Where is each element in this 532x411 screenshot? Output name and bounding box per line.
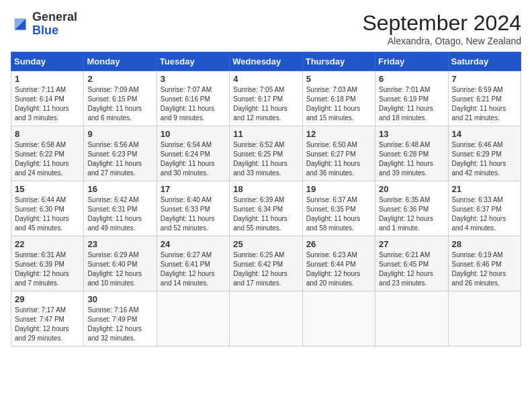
day-number: 2 <box>87 74 152 84</box>
day-number: 19 <box>306 184 371 194</box>
calendar-cell: 1Sunrise: 7:11 AMSunset: 6:14 PMDaylight… <box>11 71 84 126</box>
calendar-cell: 26Sunrise: 6:23 AMSunset: 6:44 PMDayligh… <box>302 236 375 291</box>
day-info: Sunrise: 7:03 AMSunset: 6:18 PMDaylight:… <box>306 85 371 123</box>
logo-icon <box>11 15 30 34</box>
calendar-cell: 2Sunrise: 7:09 AMSunset: 6:15 PMDaylight… <box>84 71 157 126</box>
day-info: Sunrise: 6:29 AMSunset: 6:40 PMDaylight:… <box>87 250 152 288</box>
calendar-cell <box>448 291 521 347</box>
day-header-monday: Monday <box>84 52 157 71</box>
day-info: Sunrise: 6:50 AMSunset: 6:27 PMDaylight:… <box>306 140 371 178</box>
logo-text: General Blue <box>32 11 77 38</box>
day-number: 29 <box>15 294 80 304</box>
day-info: Sunrise: 6:54 AMSunset: 6:24 PMDaylight:… <box>161 140 226 178</box>
day-number: 8 <box>15 129 80 139</box>
day-number: 4 <box>233 74 298 84</box>
calendar-cell: 29Sunrise: 7:17 AMSunset: 7:47 PMDayligh… <box>11 291 84 347</box>
calendar-cell: 30Sunrise: 7:16 AMSunset: 7:49 PMDayligh… <box>84 291 157 347</box>
calendar-cell: 21Sunrise: 6:33 AMSunset: 6:37 PMDayligh… <box>448 181 521 236</box>
day-info: Sunrise: 7:07 AMSunset: 6:16 PMDaylight:… <box>161 85 226 123</box>
calendar-cell: 19Sunrise: 6:37 AMSunset: 6:35 PMDayligh… <box>302 181 375 236</box>
day-number: 9 <box>87 129 152 139</box>
location-subtitle: Alexandra, Otago, New Zealand <box>362 36 521 46</box>
day-number: 23 <box>87 239 152 249</box>
day-number: 14 <box>452 129 517 139</box>
day-info: Sunrise: 6:59 AMSunset: 6:21 PMDaylight:… <box>452 85 517 123</box>
calendar-cell: 9Sunrise: 6:56 AMSunset: 6:23 PMDaylight… <box>84 126 157 181</box>
calendar-cell: 3Sunrise: 7:07 AMSunset: 6:16 PMDaylight… <box>157 71 229 126</box>
day-info: Sunrise: 6:46 AMSunset: 6:29 PMDaylight:… <box>452 140 517 178</box>
day-info: Sunrise: 6:21 AMSunset: 6:45 PMDaylight:… <box>379 250 444 288</box>
logo: General Blue <box>11 11 77 38</box>
calendar-week-row: 29Sunrise: 7:17 AMSunset: 7:47 PMDayligh… <box>11 291 521 347</box>
calendar-cell: 24Sunrise: 6:27 AMSunset: 6:41 PMDayligh… <box>157 236 229 291</box>
day-number: 16 <box>87 184 152 194</box>
day-info: Sunrise: 6:27 AMSunset: 6:41 PMDaylight:… <box>161 250 226 288</box>
calendar-cell <box>157 291 229 347</box>
day-number: 26 <box>306 239 371 249</box>
day-info: Sunrise: 6:19 AMSunset: 6:46 PMDaylight:… <box>452 250 517 288</box>
day-info: Sunrise: 6:42 AMSunset: 6:31 PMDaylight:… <box>87 195 152 233</box>
calendar-cell: 17Sunrise: 6:40 AMSunset: 6:33 PMDayligh… <box>157 181 229 236</box>
calendar-header-row: SundayMondayTuesdayWednesdayThursdayFrid… <box>11 52 521 71</box>
day-number: 15 <box>15 184 80 194</box>
day-info: Sunrise: 6:35 AMSunset: 6:36 PMDaylight:… <box>379 195 444 233</box>
calendar-cell: 22Sunrise: 6:31 AMSunset: 6:39 PMDayligh… <box>11 236 84 291</box>
day-number: 20 <box>379 184 444 194</box>
calendar-cell: 28Sunrise: 6:19 AMSunset: 6:46 PMDayligh… <box>448 236 521 291</box>
day-number: 13 <box>379 129 444 139</box>
calendar-cell: 6Sunrise: 7:01 AMSunset: 6:19 PMDaylight… <box>375 71 448 126</box>
calendar-cell: 15Sunrise: 6:44 AMSunset: 6:30 PMDayligh… <box>11 181 84 236</box>
calendar-cell: 12Sunrise: 6:50 AMSunset: 6:27 PMDayligh… <box>302 126 375 181</box>
day-header-saturday: Saturday <box>448 52 521 71</box>
day-number: 11 <box>233 129 298 139</box>
title-block: September 2024 Alexandra, Otago, New Zea… <box>362 11 521 46</box>
calendar-cell: 16Sunrise: 6:42 AMSunset: 6:31 PMDayligh… <box>84 181 157 236</box>
day-number: 18 <box>233 184 298 194</box>
day-info: Sunrise: 6:44 AMSunset: 6:30 PMDaylight:… <box>15 195 80 233</box>
calendar-cell: 25Sunrise: 6:25 AMSunset: 6:42 PMDayligh… <box>230 236 302 291</box>
day-header-friday: Friday <box>375 52 448 71</box>
day-number: 1 <box>15 74 80 84</box>
month-title: September 2024 <box>362 11 521 36</box>
day-number: 7 <box>452 74 517 84</box>
calendar-cell: 20Sunrise: 6:35 AMSunset: 6:36 PMDayligh… <box>375 181 448 236</box>
calendar-cell: 10Sunrise: 6:54 AMSunset: 6:24 PMDayligh… <box>157 126 229 181</box>
day-info: Sunrise: 7:05 AMSunset: 6:17 PMDaylight:… <box>233 85 298 123</box>
calendar-cell: 27Sunrise: 6:21 AMSunset: 6:45 PMDayligh… <box>375 236 448 291</box>
day-number: 10 <box>161 129 226 139</box>
day-number: 30 <box>87 294 152 304</box>
calendar-cell: 4Sunrise: 7:05 AMSunset: 6:17 PMDaylight… <box>230 71 302 126</box>
day-info: Sunrise: 7:17 AMSunset: 7:47 PMDaylight:… <box>15 306 80 343</box>
day-info: Sunrise: 6:37 AMSunset: 6:35 PMDaylight:… <box>306 195 371 233</box>
calendar-cell: 18Sunrise: 6:39 AMSunset: 6:34 PMDayligh… <box>230 181 302 236</box>
calendar-cell <box>302 291 375 347</box>
page-header: General Blue September 2024 Alexandra, O… <box>11 11 521 46</box>
calendar-cell: 11Sunrise: 6:52 AMSunset: 6:25 PMDayligh… <box>230 126 302 181</box>
day-number: 21 <box>452 184 517 194</box>
calendar-cell: 7Sunrise: 6:59 AMSunset: 6:21 PMDaylight… <box>448 71 521 126</box>
calendar-cell: 13Sunrise: 6:48 AMSunset: 6:28 PMDayligh… <box>375 126 448 181</box>
day-header-wednesday: Wednesday <box>230 52 302 71</box>
day-number: 28 <box>452 239 517 249</box>
day-info: Sunrise: 6:48 AMSunset: 6:28 PMDaylight:… <box>379 140 444 178</box>
day-info: Sunrise: 6:25 AMSunset: 6:42 PMDaylight:… <box>233 250 298 288</box>
day-number: 12 <box>306 129 371 139</box>
day-number: 25 <box>233 239 298 249</box>
day-number: 5 <box>306 74 371 84</box>
calendar-week-row: 15Sunrise: 6:44 AMSunset: 6:30 PMDayligh… <box>11 181 521 236</box>
day-number: 27 <box>379 239 444 249</box>
day-number: 22 <box>15 239 80 249</box>
day-info: Sunrise: 6:40 AMSunset: 6:33 PMDaylight:… <box>161 195 226 233</box>
calendar-week-row: 22Sunrise: 6:31 AMSunset: 6:39 PMDayligh… <box>11 236 521 291</box>
day-info: Sunrise: 6:31 AMSunset: 6:39 PMDaylight:… <box>15 250 80 288</box>
calendar-cell: 23Sunrise: 6:29 AMSunset: 6:40 PMDayligh… <box>84 236 157 291</box>
calendar-table: SundayMondayTuesdayWednesdayThursdayFrid… <box>11 52 521 347</box>
day-info: Sunrise: 7:09 AMSunset: 6:15 PMDaylight:… <box>87 85 152 123</box>
day-info: Sunrise: 6:58 AMSunset: 6:22 PMDaylight:… <box>15 140 80 178</box>
day-number: 17 <box>161 184 226 194</box>
day-header-thursday: Thursday <box>302 52 375 71</box>
day-header-sunday: Sunday <box>11 52 84 71</box>
day-info: Sunrise: 6:33 AMSunset: 6:37 PMDaylight:… <box>452 195 517 233</box>
day-number: 3 <box>161 74 226 84</box>
calendar-week-row: 8Sunrise: 6:58 AMSunset: 6:22 PMDaylight… <box>11 126 521 181</box>
